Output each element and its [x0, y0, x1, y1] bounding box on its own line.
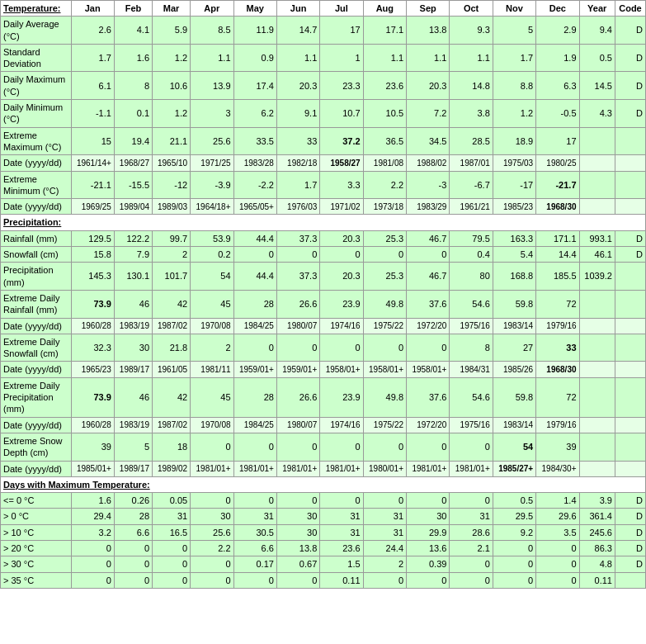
cell-value: 5.9: [153, 17, 191, 45]
cell-value: 0: [363, 334, 406, 362]
section-header-row: Days with Maximum Temperature:: [1, 476, 646, 492]
cell-value: 1.7: [493, 44, 535, 72]
cell-value: 0: [233, 247, 276, 263]
row-label: Daily Minimum (°C): [1, 100, 72, 128]
cell-value: 1979/16: [536, 417, 579, 433]
cell-value: 2.9: [536, 17, 579, 45]
cell-value: 0.17: [233, 556, 276, 572]
cell-value: 46.1: [579, 247, 615, 263]
cell-value: 18.9: [493, 127, 535, 155]
cell-value: 1985/01+: [71, 461, 114, 476]
table-row: Extreme Minimum (°C)-21.1-15.5-12-3.9-2.…: [1, 171, 646, 199]
cell-value: D: [615, 556, 645, 572]
cell-value: 9.1: [276, 100, 319, 128]
col-feb: Feb: [114, 1, 152, 17]
cell-value: 0.26: [114, 493, 152, 509]
table-row: Date (yyyy/dd)1961/14+1968/271965/101971…: [1, 155, 646, 171]
cell-value: 54: [493, 433, 535, 461]
cell-value: [615, 572, 645, 588]
cell-value: 31: [320, 509, 363, 524]
cell-value: 20.3: [407, 72, 450, 100]
cell-value: 25.6: [191, 127, 233, 155]
cell-value: 0.39: [407, 556, 450, 572]
cell-value: 0: [233, 334, 276, 362]
cell-value: 1989/04: [114, 199, 152, 215]
cell-value: 1983/28: [233, 155, 276, 171]
cell-value: 5: [493, 17, 535, 45]
cell-value: 0: [114, 572, 152, 588]
cell-value: 25.3: [363, 263, 406, 291]
cell-value: 80: [450, 263, 493, 291]
cell-value: -12: [153, 171, 191, 199]
cell-value: [579, 199, 615, 215]
cell-value: [615, 377, 645, 417]
cell-value: 1981/11: [191, 362, 233, 377]
cell-value: 1981/01+: [320, 461, 363, 476]
col-sep: Sep: [407, 1, 450, 17]
cell-value: 0: [233, 493, 276, 509]
cell-value: 28: [114, 509, 152, 524]
cell-value: 7.9: [114, 247, 152, 263]
cell-value: -17: [493, 171, 535, 199]
cell-value: 1980/25: [536, 155, 579, 171]
cell-value: 2.2: [363, 171, 406, 199]
cell-value: 17: [536, 127, 579, 155]
cell-value: 3.8: [450, 100, 493, 128]
cell-value: 27: [493, 334, 535, 362]
cell-value: 14.7: [276, 17, 319, 45]
cell-value: 1958/01+: [363, 362, 406, 377]
cell-value: 54: [191, 263, 233, 291]
cell-value: 9.3: [450, 17, 493, 45]
cell-value: 0: [363, 247, 406, 263]
cell-value: 4.1: [114, 17, 152, 45]
table-row: > 20 °C0002.26.613.823.624.413.62.10086.…: [1, 540, 646, 556]
cell-value: 101.7: [153, 263, 191, 291]
table-row: Standard Deviation1.71.61.21.10.91.111.1…: [1, 44, 646, 72]
col-apr: Apr: [191, 1, 233, 17]
row-label: Snowfall (cm): [1, 247, 72, 263]
table-row: Precipitation (mm)145.3130.1101.75444.43…: [1, 263, 646, 291]
cell-value: 1984/31: [450, 362, 493, 377]
cell-value: 10.5: [363, 100, 406, 128]
cell-value: 1.1: [191, 44, 233, 72]
cell-value: 1988/02: [407, 155, 450, 171]
row-label: Precipitation (mm): [1, 263, 72, 291]
cell-value: 0.9: [233, 44, 276, 72]
row-label: Date (yyyy/dd): [1, 318, 72, 334]
cell-value: [579, 461, 615, 476]
cell-value: 0: [407, 572, 450, 588]
cell-value: 45: [191, 290, 233, 318]
cell-value: -2.2: [233, 171, 276, 199]
cell-value: 6.1: [71, 72, 114, 100]
cell-value: 3.2: [71, 524, 114, 540]
cell-value: 37.3: [276, 263, 319, 291]
cell-value: -3: [407, 171, 450, 199]
cell-value: 1984/30+: [536, 461, 579, 476]
cell-value: 2: [363, 556, 406, 572]
cell-value: 1.2: [153, 100, 191, 128]
cell-value: 0: [191, 556, 233, 572]
cell-value: 20.3: [320, 230, 363, 246]
cell-value: 30: [407, 509, 450, 524]
table-row: Date (yyyy/dd)1985/01+1989/171989/021981…: [1, 461, 646, 476]
cell-value: 1975/16: [450, 318, 493, 334]
cell-value: 0: [493, 556, 535, 572]
cell-value: [615, 155, 645, 171]
cell-value: 1958/01+: [320, 362, 363, 377]
row-label: Daily Average (°C): [1, 17, 72, 45]
cell-value: 17: [320, 17, 363, 45]
cell-value: [579, 318, 615, 334]
cell-value: 0: [320, 247, 363, 263]
table-row: > 0 °C29.428313031303131303129.529.6361.…: [1, 509, 646, 524]
cell-value: D: [615, 247, 645, 263]
cell-value: 0: [320, 334, 363, 362]
row-label: > 35 °C: [1, 572, 72, 588]
cell-value: 37.6: [407, 377, 450, 417]
cell-value: 29.5: [493, 509, 535, 524]
cell-value: 1981/08: [363, 155, 406, 171]
col-mar: Mar: [153, 1, 191, 17]
row-label: > 0 °C: [1, 509, 72, 524]
cell-value: 14.8: [450, 72, 493, 100]
cell-value: 8: [114, 72, 152, 100]
table-row: Extreme Snow Depth (cm)3951800000005439: [1, 433, 646, 461]
